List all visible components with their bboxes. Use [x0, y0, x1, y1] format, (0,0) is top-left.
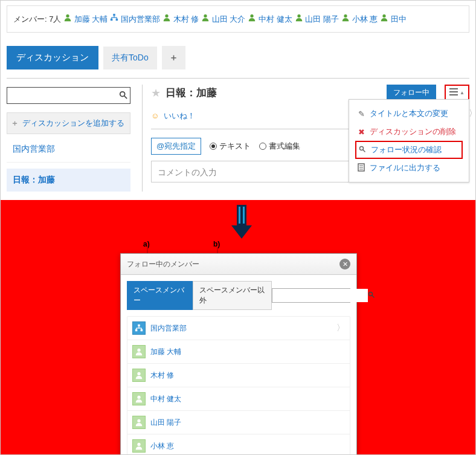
svg-line-30 — [372, 295, 375, 297]
arrow-down-icon — [230, 205, 253, 240]
member-item[interactable]: 中村 健太 — [248, 15, 292, 24]
dialog-tab-other-members[interactable]: スペースメンバー以外 — [193, 281, 272, 310]
options-button[interactable]: ▲ — [445, 85, 469, 101]
sidebar-search-input[interactable] — [7, 88, 117, 103]
svg-point-10 — [251, 15, 254, 18]
options-menu: ✎ タイトルと本文の変更 〉 ✖ ディスカッションの削除 フォ — [349, 99, 469, 182]
tab-add[interactable]: ＋ — [162, 46, 185, 69]
svg-line-20 — [363, 149, 365, 152]
dialog-list-row[interactable]: 小林 恵 — [127, 434, 350, 455]
member-item[interactable]: 国内営業部 — [110, 15, 160, 24]
dialog-row-name: 小林 恵 — [150, 441, 174, 451]
dialog-search[interactable] — [272, 288, 350, 303]
member-name: 山田 陽子 — [303, 15, 339, 24]
menu-follow-status[interactable]: フォロー状況の確認 — [355, 141, 463, 159]
radio-text[interactable]: テキスト — [210, 141, 251, 152]
menu-edit[interactable]: ✎ タイトルと本文の変更 〉 — [355, 105, 463, 123]
person-icon — [132, 392, 146, 405]
sidebar-org-link[interactable]: 国内営業部 — [7, 144, 130, 163]
chevron-right-icon: 〉 — [336, 323, 345, 334]
svg-rect-33 — [141, 329, 143, 332]
svg-point-38 — [137, 349, 140, 352]
dialog-tab-space-members[interactable]: スペースメンバー — [127, 281, 193, 310]
pencil-icon: ✎ — [356, 109, 366, 118]
member-item[interactable]: 山田 陽子 — [295, 15, 339, 24]
search-icon[interactable] — [368, 291, 375, 300]
dialog-row-name: 国内営業部 — [150, 323, 187, 334]
member-bar: メンバー: 7人 加藤 大輔 国内営業部 木村 修 山田 大介 中村 健太 山田… — [7, 5, 469, 33]
svg-point-11 — [297, 15, 300, 18]
dialog-tabs: スペースメンバー スペースメンバー以外 — [127, 281, 350, 310]
dialog-titlebar: フォロー中のメンバー ✕ — [121, 254, 356, 275]
person-icon — [341, 15, 350, 24]
chevron-up-icon: ▲ — [460, 90, 465, 95]
close-icon: ✕ — [343, 260, 348, 268]
plus-icon: ＋ — [11, 118, 19, 127]
member-name: 小林 恵 — [350, 15, 378, 24]
smile-icon: ☺ — [151, 111, 159, 120]
dialog-row-name: 山田 陽子 — [150, 418, 181, 428]
dialog-row-name: 中村 健太 — [150, 394, 181, 404]
svg-point-9 — [204, 15, 207, 18]
member-item[interactable]: 小林 恵 — [341, 15, 378, 24]
chevron-right-icon: 〉 — [469, 108, 476, 119]
sidebar-search[interactable] — [7, 87, 130, 104]
radio-text-label: テキスト — [219, 141, 251, 152]
tab-discussion[interactable]: ディスカッション — [7, 46, 98, 69]
svg-rect-25 — [237, 205, 246, 225]
person-icon — [132, 416, 146, 429]
member-item[interactable]: 加藤 大輔 — [63, 15, 108, 24]
member-item[interactable]: 田中 — [380, 15, 407, 24]
dialog-row-name: 木村 修 — [150, 370, 174, 381]
member-name: 田中 — [388, 15, 407, 24]
sidebar-selected-item[interactable]: 日報：加藤 — [7, 169, 130, 192]
tab-shared-todo[interactable]: 共有ToDo — [103, 47, 157, 69]
member-name: 中村 健太 — [256, 15, 292, 24]
menu-delete[interactable]: ✖ ディスカッションの削除 — [355, 123, 463, 141]
person-icon — [295, 15, 303, 24]
org-icon — [132, 321, 146, 335]
svg-point-19 — [360, 146, 364, 150]
member-name: 山田 大介 — [210, 15, 245, 24]
dialog-list-row[interactable]: 山田 陽子 — [127, 411, 350, 434]
dialog-list-row[interactable]: 中村 健太 — [127, 387, 350, 411]
svg-point-8 — [165, 15, 168, 18]
svg-point-0 — [66, 15, 69, 18]
svg-point-29 — [369, 292, 373, 295]
svg-point-12 — [344, 15, 347, 18]
dialog-list-row[interactable]: 木村 修 — [127, 364, 350, 387]
menu-export[interactable]: ファイルに出力する — [355, 159, 463, 177]
member-name: 木村 修 — [171, 15, 199, 24]
org-icon — [110, 15, 118, 24]
member-item[interactable]: 木村 修 — [162, 15, 199, 24]
member-name: 国内営業部 — [118, 15, 160, 24]
radio-icon — [210, 143, 217, 150]
dialog-list-row[interactable]: 加藤 大輔 — [127, 340, 350, 364]
mention-button[interactable]: @宛先指定 — [151, 138, 201, 155]
person-icon — [132, 369, 146, 382]
menu-export-label: ファイルに出力する — [370, 163, 440, 173]
like-label: いいね！ — [164, 111, 195, 120]
add-discussion-button[interactable]: ＋ ディスカッションを追加する — [7, 112, 130, 134]
member-name: 加藤 大輔 — [72, 15, 108, 24]
svg-point-14 — [120, 91, 125, 96]
star-icon[interactable]: ★ — [151, 86, 161, 100]
search-icon[interactable] — [117, 91, 130, 101]
person-icon — [248, 15, 256, 24]
svg-rect-27 — [243, 207, 245, 224]
svg-rect-31 — [138, 324, 140, 327]
follow-button[interactable]: フォロー中 — [387, 85, 436, 101]
member-item[interactable]: 山田 大介 — [201, 15, 245, 24]
svg-point-40 — [137, 396, 140, 399]
dialog-list-row[interactable]: 国内営業部〉 — [127, 317, 350, 340]
file-icon — [356, 163, 366, 173]
dialog-search-input[interactable] — [272, 289, 368, 302]
svg-point-41 — [137, 419, 140, 422]
radio-rich-label: 書式編集 — [269, 141, 300, 152]
svg-marker-28 — [231, 225, 252, 239]
radio-rich[interactable]: 書式編集 — [259, 141, 300, 152]
dialog-close-button[interactable]: ✕ — [339, 259, 350, 269]
person-icon — [132, 345, 146, 358]
svg-rect-32 — [135, 329, 138, 332]
page-title: 日報：加藤 — [166, 86, 217, 100]
